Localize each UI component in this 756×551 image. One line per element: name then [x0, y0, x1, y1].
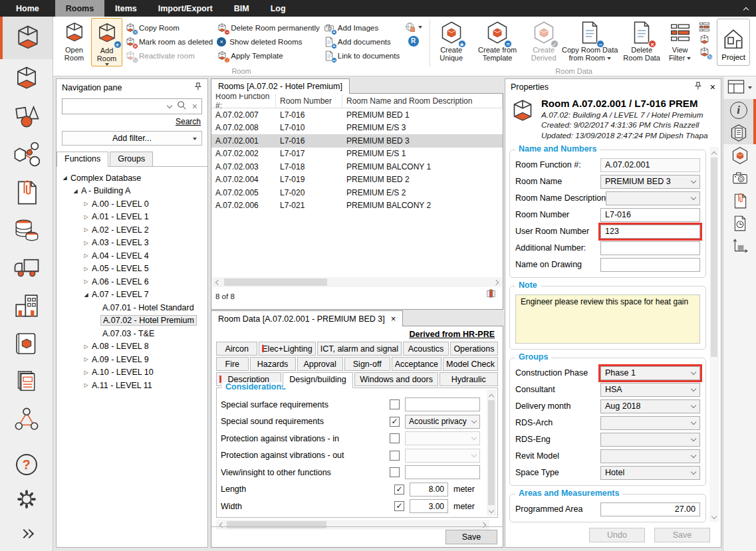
checkbox-checked[interactable]: [394, 485, 404, 495]
tab-aircon[interactable]: Aircon: [216, 342, 257, 356]
images-panel-icon[interactable]: [723, 167, 756, 189]
vibrations-in-select[interactable]: [405, 431, 480, 445]
tab-windows-doors[interactable]: Windows and doors: [354, 372, 438, 386]
revit-model-select[interactable]: [600, 449, 700, 463]
tab-ict-alarm-signal[interactable]: ICT, alarm and signal: [317, 342, 402, 356]
tab-acoustics[interactable]: Acoustics: [403, 342, 449, 356]
consultant-select[interactable]: HSA: [600, 383, 700, 397]
room-number-input[interactable]: L7-016: [600, 208, 700, 222]
menu-home[interactable]: Home: [0, 0, 55, 17]
room-data-vertical-scrollbar[interactable]: [487, 389, 496, 516]
special-surface-input[interactable]: [405, 397, 480, 411]
clear-search-icon[interactable]: ×: [192, 101, 197, 112]
search-icon[interactable]: [177, 100, 187, 112]
add-filter-dropdown[interactable]: Add filter...: [62, 131, 202, 146]
room-filter-icon[interactable]: [699, 34, 710, 45]
search-input[interactable]: [66, 102, 162, 111]
project-button[interactable]: Project: [717, 19, 750, 66]
tab-sign-off[interactable]: Sign-off: [344, 357, 390, 371]
measurements-panel-icon[interactable]: [723, 235, 756, 257]
rds-eng-select[interactable]: [600, 433, 700, 447]
language-globe-icon[interactable]: [404, 21, 422, 33]
search-link[interactable]: Search: [57, 117, 201, 126]
rooms-tab[interactable]: Rooms [A.07.02 - Hotel Premium]: [211, 78, 350, 94]
delete-room-data-button[interactable]: × Delete Room Data: [620, 18, 663, 66]
checkbox[interactable]: [390, 399, 400, 409]
checkbox-checked[interactable]: [390, 417, 400, 427]
tab-hydraulic[interactable]: Hydraulic: [440, 372, 498, 386]
room-row[interactable]: A.07.02.003L7-018PREMIUM BALCONY 1: [211, 160, 503, 173]
room-name-select[interactable]: PREMIUM BED 3: [600, 175, 700, 189]
name-on-drawing-input[interactable]: [600, 258, 700, 272]
construction-phase-select[interactable]: Phase 1: [600, 366, 700, 380]
sidebar-attachments-icon[interactable]: [0, 173, 53, 211]
pin-icon[interactable]: [693, 82, 702, 92]
tree-item[interactable]: ▷A.08 - LEVEL 8: [58, 340, 206, 354]
sidebar-rooms-icon[interactable]: [0, 17, 53, 59]
width-input[interactable]: 3.00: [410, 499, 448, 513]
sidebar-logistics-icon[interactable]: [0, 249, 53, 286]
open-room-button[interactable]: Open Room: [59, 18, 90, 66]
revit-icon[interactable]: R: [408, 36, 419, 47]
column-chooser-icon[interactable]: [485, 288, 497, 302]
view-insight-input[interactable]: [405, 465, 480, 479]
room-name-description-select[interactable]: [606, 191, 700, 205]
room-list-settings-icon[interactable]: [699, 21, 710, 33]
help-icon[interactable]: ?: [0, 447, 53, 482]
link-to-documents-button[interactable]: ∞ Link to documents: [324, 50, 400, 61]
attachments-panel-icon[interactable]: [723, 189, 756, 212]
copy-room-data-from-room-button[interactable]: − Copy Room Data from Room: [561, 18, 619, 66]
sidebar-buildings-icon[interactable]: [0, 286, 53, 324]
undo-button[interactable]: Undo: [589, 528, 645, 542]
properties-vertical-scrollbar[interactable]: [709, 147, 719, 522]
tree-item[interactable]: ▷A.05 - LEVEL 5: [58, 263, 206, 276]
create-from-template-button[interactable]: = Create from Template: [468, 18, 527, 66]
tree-item[interactable]: ▷A.06 - LEVEL 6: [58, 275, 206, 288]
tree-item[interactable]: A.07.03 - T&E: [58, 327, 206, 340]
tab-elec-lighting[interactable]: Elec+Lighting: [259, 342, 315, 356]
tab-design-building[interactable]: Design/building: [283, 372, 354, 388]
tree-item[interactable]: ▷A.09 - LEVEL 9: [58, 353, 206, 366]
tab-groups[interactable]: Groups: [110, 152, 153, 166]
checkbox[interactable]: [390, 451, 400, 461]
room-row[interactable]: A.07.02.004L7-019PREMIUM BED 2: [211, 173, 503, 187]
derived-from-link[interactable]: Derived from HR-PRE: [211, 330, 495, 339]
tree-item[interactable]: ▷A.10 - LEVEL 10: [58, 366, 206, 380]
tree-item[interactable]: ◢Complex Database: [58, 171, 206, 185]
room-data-panel-icon[interactable]: [723, 122, 753, 144]
room-data-tab[interactable]: Room Data [A.07.02.001 - PREMIUM BED 3] …: [211, 310, 403, 326]
menu-tab-bim[interactable]: BIM: [223, 0, 260, 17]
room-row[interactable]: A.07.02.006L7-021PREMIUM BALCONY 2: [211, 199, 503, 213]
additional-number-input[interactable]: [600, 241, 700, 255]
reactivate-room-button[interactable]: ↻ Reactivate room: [125, 50, 213, 61]
checkbox-checked[interactable]: [394, 501, 404, 511]
rds-arch-select[interactable]: [600, 416, 700, 430]
tab-functions[interactable]: Functions: [57, 152, 108, 167]
sidebar-catalog-icon[interactable]: [0, 324, 53, 362]
room-row[interactable]: A.07.02.008L7-010PREMIUM E/S 3: [211, 122, 503, 135]
special-sound-select[interactable]: Acoustic privacy: [405, 415, 480, 429]
tree-item[interactable]: ▷A.02 - LEVEL 2: [58, 223, 206, 237]
mark-room-deleted-button[interactable]: × Mark room as deleted: [125, 36, 213, 47]
settings-gear-icon[interactable]: [0, 482, 53, 516]
create-unique-button[interactable]: ★ Create Unique: [436, 18, 467, 66]
checkbox[interactable]: [390, 433, 400, 443]
tab-acceptance[interactable]: Acceptance: [392, 357, 441, 371]
menu-tab-import-export[interactable]: Import/Export: [148, 0, 223, 17]
sidebar-room-templates-icon[interactable]: [0, 59, 53, 97]
sidebar-reports-icon[interactable]: [0, 362, 53, 400]
add-images-button[interactable]: + Add Images: [324, 22, 400, 33]
room-row[interactable]: A.07.02.007L7-016PREMIUM BED 1: [211, 108, 503, 122]
vibrations-out-select[interactable]: [405, 449, 480, 463]
collapse-ribbon-icon[interactable]: [743, 7, 749, 13]
tree-item[interactable]: ▷A.01 - LEVEL 1: [58, 211, 206, 224]
user-room-number-input[interactable]: 123: [600, 225, 700, 239]
room-row[interactable]: A.07.02.005L7-020PREMIUM E/S 2: [211, 186, 503, 199]
tree-item[interactable]: ▷A.00 - LEVEL 0: [58, 197, 206, 211]
tree-item[interactable]: ▷A.04 - LEVEL 4: [58, 249, 206, 263]
tab-fire[interactable]: Fire: [216, 357, 249, 371]
rooms-horizontal-scrollbar[interactable]: [212, 277, 502, 287]
menu-tab-items[interactable]: Items: [104, 0, 148, 17]
create-derived-button[interactable]: ✓ Create Derived: [528, 18, 559, 66]
show-deleted-rooms-button[interactable]: × Show deleted Rooms: [217, 36, 320, 47]
